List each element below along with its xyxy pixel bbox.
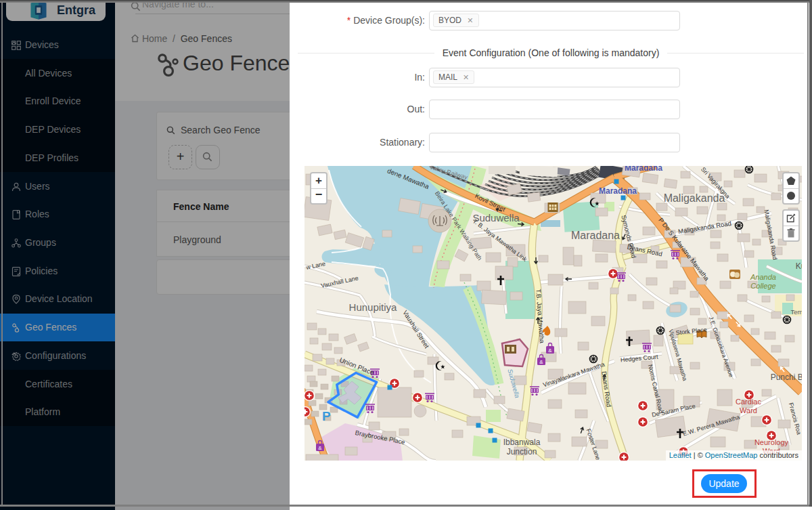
svg-text:Maligakanda: Maligakanda bbox=[664, 192, 725, 204]
svg-text:Ward: Ward bbox=[740, 406, 757, 415]
svg-text:Maradana: Maradana bbox=[625, 166, 662, 173]
svg-text:&: & bbox=[318, 445, 322, 451]
svg-text:&: & bbox=[539, 359, 543, 365]
svg-text:Temp: Temp bbox=[790, 308, 802, 316]
svg-text:P: P bbox=[322, 409, 331, 423]
svg-text:Cardiac: Cardiac bbox=[736, 398, 761, 406]
svg-text:Ibbanwala: Ibbanwala bbox=[503, 438, 541, 447]
svg-text:College: College bbox=[750, 282, 775, 290]
svg-text:Ananda: Ananda bbox=[750, 273, 776, 281]
svg-text:Hunupitiya: Hunupitiya bbox=[349, 301, 398, 313]
svg-text:Neurology: Neurology bbox=[754, 438, 789, 446]
svg-text:Punchi Bo: Punchi Bo bbox=[771, 373, 802, 382]
svg-text:&: & bbox=[548, 347, 552, 354]
svg-text:Ku: Ku bbox=[796, 261, 802, 271]
svg-text:Maradana: Maradana bbox=[571, 230, 620, 241]
svg-text:Maradana: Maradana bbox=[599, 186, 637, 196]
svg-text:Junction: Junction bbox=[507, 447, 537, 456]
